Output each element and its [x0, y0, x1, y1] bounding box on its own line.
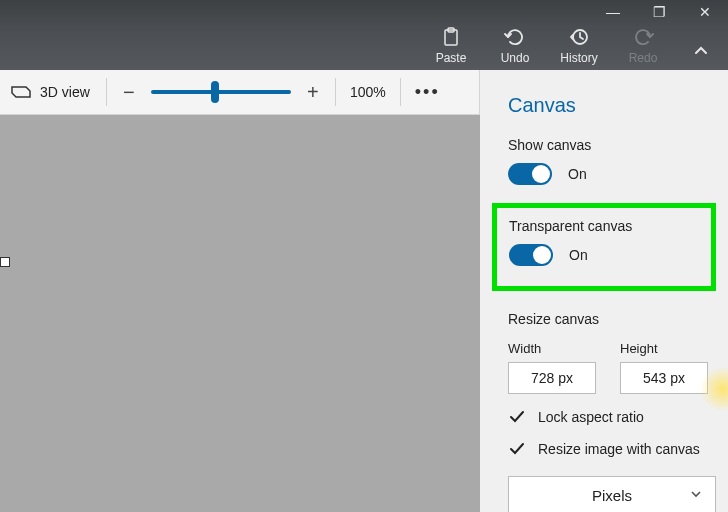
paste-label: Paste [436, 51, 467, 65]
redo-icon [632, 27, 654, 47]
height-input[interactable]: 543 px [620, 362, 708, 394]
show-canvas-toggle[interactable] [508, 163, 552, 185]
transparent-canvas-highlight: Transparent canvas On [492, 203, 716, 291]
height-label: Height [620, 341, 708, 356]
history-label: History [560, 51, 597, 65]
width-label: Width [508, 341, 596, 356]
divider [335, 78, 336, 106]
undo-label: Undo [501, 51, 530, 65]
undo-icon [504, 27, 526, 47]
lock-aspect-label: Lock aspect ratio [538, 409, 644, 425]
zoom-slider-thumb[interactable] [211, 81, 219, 103]
units-dropdown[interactable]: Pixels [508, 476, 716, 512]
paste-button[interactable]: Paste [430, 27, 472, 65]
divider [106, 78, 107, 106]
width-input[interactable]: 728 px [508, 362, 596, 394]
lock-aspect-checkbox[interactable]: Lock aspect ratio [508, 408, 710, 426]
resize-handle[interactable] [0, 257, 10, 267]
panel-title: Canvas [508, 94, 710, 117]
canvas-panel: Canvas Show canvas On Transparent canvas… [480, 70, 728, 512]
maximize-button[interactable]: ❐ [636, 0, 682, 24]
resize-canvas-label: Resize canvas [508, 311, 710, 327]
zoom-out-button[interactable]: − [115, 78, 143, 106]
clipboard-icon [442, 27, 460, 47]
redo-button: Redo [622, 27, 664, 65]
show-canvas-label: Show canvas [508, 137, 710, 153]
collapse-ribbon-button[interactable] [686, 33, 716, 59]
check-icon [508, 408, 526, 426]
close-button[interactable]: ✕ [682, 0, 728, 24]
transparent-canvas-label: Transparent canvas [509, 218, 699, 234]
units-value: Pixels [592, 487, 632, 504]
undo-button[interactable]: Undo [494, 27, 536, 65]
zoom-slider[interactable] [151, 90, 291, 94]
history-button[interactable]: History [558, 27, 600, 65]
history-icon [568, 27, 590, 47]
3d-view-button[interactable]: 3D view [40, 84, 90, 100]
resize-with-canvas-checkbox[interactable]: Resize image with canvas [508, 440, 710, 458]
resize-with-label: Resize image with canvas [538, 441, 700, 457]
show-canvas-state: On [568, 166, 587, 182]
zoom-percentage[interactable]: 100% [344, 84, 392, 100]
divider [400, 78, 401, 106]
transparent-canvas-state: On [569, 247, 588, 263]
transparent-canvas-toggle[interactable] [509, 244, 553, 266]
more-button[interactable]: ••• [409, 82, 446, 103]
check-icon [508, 440, 526, 458]
redo-label: Redo [629, 51, 658, 65]
minimize-button[interactable]: — [590, 0, 636, 24]
zoom-in-button[interactable]: + [299, 78, 327, 106]
3d-view-icon [10, 83, 32, 101]
chevron-down-icon [689, 487, 703, 504]
